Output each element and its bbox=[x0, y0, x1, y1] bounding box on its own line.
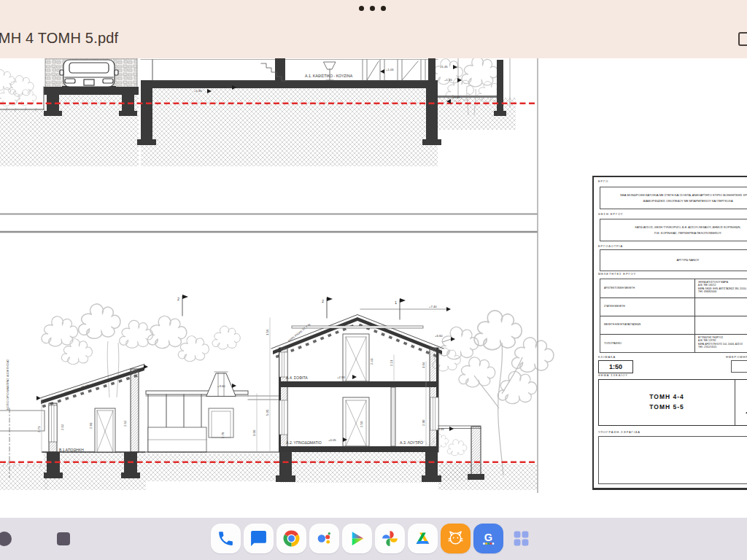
location-box: ΚΑΤΩ ΑΣΣΟΣ, ΘΕΣΗ ΤΥΛΙΚΟΡΙΖΟ, Δ.Ε. ΑΣΣΟΥ-… bbox=[600, 219, 747, 241]
designer-row-title: ΑΡΧΙΤΕΚΤΟΝΙΚΗ ΜΕΛΕΤΗ bbox=[604, 287, 635, 289]
elev-145: +1.45 bbox=[194, 89, 202, 93]
cat-face-icon bbox=[446, 529, 465, 548]
label-storage: Β.1 ΑΠΟΘΗΚΗ bbox=[59, 448, 84, 452]
app-icon-play-store[interactable] bbox=[342, 524, 372, 553]
elev-005: +0.05 bbox=[328, 438, 336, 442]
project-line1: ΝΕΑ ΜΟΝΩΡΟΦΗ ΚΑΤΟΙΚΙΑ ΜΕ ΣΤΕΓΗ ΚΑΙ ΣΟΦΙΤ… bbox=[620, 192, 747, 198]
designer-row-title: ΜΕΛΕΤΗ Η/Μ ΕΓΚΑΤΑΣΤΑΣΕΩΝ bbox=[604, 323, 640, 326]
client-box: ΑΡΓΥΡΩ ΝΑΝΟΥ bbox=[600, 249, 747, 271]
date-box bbox=[731, 360, 747, 373]
dim-278: 2.78 bbox=[221, 432, 225, 438]
info-line: ΤΗΛ: 6946855646 bbox=[698, 290, 747, 293]
subject-label: ΘΕΜΑ ΣΧΕΔΙΟΥ bbox=[598, 373, 628, 377]
designers-table: ΑΡΧΙΤΕΚΤΟΝΙΚΗ ΜΕΛΕΤΗ ΣΤΑΤΙΚΗ ΜΕΛΕΤΗ ΜΕΛΕ… bbox=[600, 279, 747, 353]
elev-740: +7.40 bbox=[429, 305, 437, 308]
elev-360: +3.60 bbox=[217, 384, 225, 388]
screen: Α.1. ΚΑΘΙΣΤΙΚΟ - ΚΟΥΖΙΝΑ +1.05 +0.05 +1.… bbox=[0, 0, 747, 560]
info-line: ΤΗΛ: 2741074520 bbox=[698, 346, 743, 349]
app-icon-cat[interactable] bbox=[441, 524, 471, 553]
app-icon-assistant[interactable] bbox=[309, 524, 339, 553]
page-thumbnail-icon[interactable] bbox=[738, 32, 747, 46]
scale-value: 1:50 bbox=[609, 363, 622, 370]
subject-line1: ΤΟΜΗ 4-4 bbox=[649, 392, 684, 402]
svg-text:G: G bbox=[484, 532, 492, 543]
subject-box: ΤΟΜΗ 4-4 ΤΟΜΗ 5-5 bbox=[598, 379, 747, 426]
car bbox=[60, 60, 118, 90]
play-store-icon bbox=[348, 529, 366, 548]
phone-icon bbox=[217, 529, 235, 548]
dim-505: 5.05 bbox=[266, 409, 269, 416]
label-attic: Α.4. ΣΟΦΙΤΑ bbox=[286, 376, 308, 380]
architect-info: ΛΕΚΚΑ-ΑΠΟΣΤΟΛΟΥ ΜΑΡΙΑ Α.Μ. ΤΕΕ 146212 ΕΔ… bbox=[698, 281, 747, 294]
location-line2: Π.Ε. ΚΟΡΙΝΘΙΑΣ, ΠΕΡΙΦΕΡΕΙΑ ΠΕΛΟΠΟΝΝΗΣΟΥ bbox=[654, 230, 721, 236]
surveyor-info: ΒΥΤΙΝΙΩΤΗΣ ΓΕΩΡΓΙΟΣ Α.Μ. ΤΕΕ 129782 ΕΔΡΑ… bbox=[698, 336, 743, 349]
elev-150: +1.50 bbox=[219, 85, 227, 89]
dim-250: 2.50 bbox=[360, 421, 363, 427]
trees-bottom-left bbox=[42, 304, 240, 397]
flag-2-left: 2 bbox=[177, 297, 179, 301]
dim-221: 2.21 bbox=[390, 359, 393, 366]
elev-660: +6.60 bbox=[435, 334, 443, 338]
app-icon-drive[interactable] bbox=[408, 524, 438, 553]
dim-156: 1.56 bbox=[266, 329, 269, 335]
location-label: ΘΕΣΗ ΕΡΓΟΥ bbox=[598, 212, 623, 216]
location-line1: ΚΑΤΩ ΑΣΣΟΣ, ΘΕΣΗ ΤΥΛΙΚΟΡΙΖΟ, Δ.Ε. ΑΣΣΟΥ-… bbox=[635, 225, 740, 230]
subject-line2: ΤΟΜΗ 5-5 bbox=[649, 402, 684, 413]
elev-115: +1.15 bbox=[444, 78, 452, 82]
app-icon-chrome[interactable] bbox=[276, 524, 306, 553]
dim-241: 2.41 bbox=[370, 358, 374, 365]
drive-icon bbox=[414, 529, 432, 548]
dim-300: 3.00 bbox=[252, 429, 256, 436]
app-icon-phone[interactable] bbox=[211, 524, 241, 553]
dim-271: 2.71 bbox=[37, 426, 41, 432]
designers-label: ΜΕΛΕΤΗΤΕΣ ΕΡΓΟΥ bbox=[598, 272, 636, 276]
dim-262b: 2.62 bbox=[123, 420, 127, 427]
dim-104: 1.04 bbox=[422, 362, 425, 368]
document-title: ΤΟΜΗ 4 ΤΟΜΗ 5.pdf bbox=[0, 30, 118, 47]
flag-1: 1 bbox=[395, 300, 397, 305]
photos-pinwheel-icon bbox=[381, 529, 399, 548]
elev-105: +1.05 bbox=[386, 68, 394, 71]
label-bath: Α.3. ΛΟΥΤΡΟ bbox=[400, 440, 423, 445]
section-flags bbox=[182, 295, 406, 319]
chrome-icon bbox=[282, 529, 301, 548]
elev-045: +0.45 bbox=[436, 427, 444, 431]
signature-label: ΥΠΟΓΡΑΦΗ-ΣΦΡΑΓΙΔΑ bbox=[598, 430, 640, 434]
client-name: ΑΡΓΥΡΩ ΝΑΝΟΥ bbox=[676, 257, 699, 262]
elev-145b: +1.45 bbox=[440, 65, 448, 69]
dim-290: 2.90 bbox=[422, 419, 425, 426]
section-4-4-drawing bbox=[0, 58, 516, 166]
project-label: ΕΡΓΟ bbox=[598, 179, 608, 183]
dim-262a: 2.62 bbox=[61, 424, 64, 430]
app-grid-icon bbox=[512, 529, 530, 548]
date-label: ΗΜΕΡΟΜΗΝΙΑ bbox=[726, 355, 747, 359]
app-icon-all-apps[interactable] bbox=[506, 524, 536, 553]
gboard-icon: G bbox=[479, 529, 498, 548]
window-handle-dots[interactable] bbox=[359, 6, 386, 11]
title-block: ΕΡΓΟ ΝΕΑ ΜΟΝΩΡΟΦΗ ΚΑΤΟΙΚΙΑ ΜΕ ΣΤΕΓΗ ΚΑΙ … bbox=[592, 176, 747, 490]
app-icon-gboard[interactable]: G bbox=[473, 524, 503, 553]
label-living-kitchen: Α.1. ΚΑΘΙΣΤΙΚΟ - ΚΟΥΖΙΝΑ bbox=[305, 74, 353, 78]
project-box: ΝΕΑ ΜΟΝΩΡΟΦΗ ΚΑΤΟΙΚΙΑ ΜΕ ΣΤΕΓΗ ΚΑΙ ΣΟΦΙΤ… bbox=[600, 187, 747, 209]
project-line2: ΔΙΑΜΟΡΦΩΣΕΙΣ ΟΙΚΟΠΕΔΟΥ ΜΕ ΜΠΑΡΜΠΕΚΙΟΥ ΚΑ… bbox=[643, 198, 732, 203]
app-icon-messages[interactable] bbox=[244, 524, 274, 553]
designer-row-title: ΣΤΑΤΙΚΗ ΜΕΛΕΤΗ bbox=[604, 305, 625, 308]
signature-box bbox=[598, 436, 747, 484]
elev-005-top: +0.05 bbox=[452, 96, 460, 99]
section-5-5-drawing bbox=[0, 295, 538, 490]
label-boundary: ΝΟΤΙΟ ΟΡΙΟ ΜΑΝΤΡΑΣ ΙΔΙΟΚΤΗΣΙΑΣ bbox=[6, 359, 9, 410]
client-label: ΕΡΓΟΔΟΤΡΙΑ bbox=[598, 244, 623, 248]
dock: G bbox=[0, 524, 747, 553]
window-header: ΤΟΜΗ 4 ΤΟΜΗ 5.pdf bbox=[0, 0, 747, 58]
app-icon-photos[interactable] bbox=[375, 524, 405, 553]
designer-row-title: ΤΟΠΟΓΡΑΦΙΚΟ bbox=[604, 342, 622, 345]
chat-bubble-icon bbox=[249, 529, 268, 548]
flag-2-mid: 2 bbox=[322, 299, 324, 303]
assistant-icon bbox=[315, 529, 333, 548]
dim-291: 2.91 bbox=[89, 422, 93, 429]
bushes-top-left bbox=[0, 70, 36, 106]
elev-293: +2.93 bbox=[337, 376, 345, 379]
scale-box: 1:50 bbox=[598, 360, 633, 373]
label-bedroom: Α.2. ΥΠΝΟΔΩΜΑΤΙΟ bbox=[286, 440, 322, 445]
scale-label: ΚΛΙΜΑΚΑ bbox=[598, 355, 616, 359]
